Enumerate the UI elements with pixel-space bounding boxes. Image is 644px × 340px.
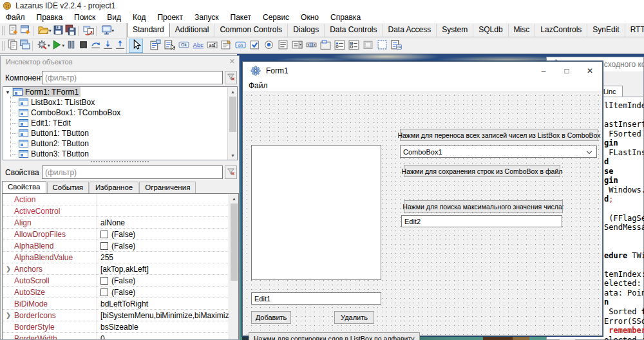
palette-main-menu-button[interactable]: [148, 39, 162, 53]
tree-item[interactable]: Button2: TButton: [3, 138, 237, 149]
palette-list-box-button[interactable]: [276, 39, 290, 53]
property-row[interactable]: BorderStylebsSizeable: [3, 321, 238, 333]
listbox1-control[interactable]: [251, 145, 381, 280]
property-grid[interactable]: ActionActiveControlAlignalNoneAllowDropF…: [2, 193, 239, 339]
form-design-surface[interactable]: Нажми для переноса всех записей чисел из…: [243, 91, 602, 335]
menu-item-Код[interactable]: Код: [127, 12, 151, 23]
minimize-button[interactable]: –: [533, 62, 554, 80]
grid-scrollbar[interactable]: ▲: [229, 194, 238, 339]
palette-tab-dialogs[interactable]: Dialogs: [288, 24, 325, 37]
tree-item[interactable]: ComboBox1: TComboBox: [3, 108, 237, 118]
menu-item-Вид[interactable]: Вид: [101, 12, 127, 23]
property-value[interactable]: (False): [97, 229, 238, 240]
tree-item-content[interactable]: Form1: TForm1: [12, 87, 80, 97]
component-tree[interactable]: ▼Form1: TForm1ListBox1: TListBoxComboBox…: [3, 86, 238, 160]
palette-radio-button-button[interactable]: [261, 39, 276, 53]
scroll-up-icon[interactable]: ▲: [228, 87, 238, 96]
palette-panel-button[interactable]: [361, 39, 375, 53]
toolbar-new-unit-button[interactable]: [7, 24, 19, 37]
palette-tab-system[interactable]: System: [437, 24, 473, 37]
property-value[interactable]: alNone: [97, 217, 238, 229]
palette-tab-data-controls[interactable]: Data Controls: [325, 24, 383, 37]
palette-tab-sqldb[interactable]: SQLdb: [473, 24, 508, 37]
palette-toggle-box-button[interactable]: on: [233, 39, 247, 53]
menu-item-Сервис[interactable]: Сервис: [257, 12, 295, 23]
tree-item[interactable]: ▼Form1: TForm1: [3, 87, 237, 97]
tree-scrollbar[interactable]: ▲ ▼: [227, 87, 237, 160]
toolbar-run-button[interactable]: ▾: [50, 39, 65, 53]
property-row[interactable]: Action: [3, 194, 238, 205]
inspector-tab-События[interactable]: События: [47, 182, 89, 193]
scrollbar-thumb[interactable]: [231, 203, 238, 281]
components-filter-input[interactable]: [42, 71, 223, 84]
palette-tab-misc[interactable]: Misc: [509, 24, 536, 37]
property-value[interactable]: (False): [97, 275, 238, 287]
palette-tab-lazcontrols[interactable]: LazControls: [535, 24, 587, 37]
tree-item[interactable]: Button3: TButton: [3, 149, 237, 159]
palette-tab-synedit[interactable]: SynEdit: [587, 24, 625, 37]
property-row[interactable]: AlphaBlend(False): [3, 240, 238, 252]
toolbar-new-form-button[interactable]: [19, 24, 32, 37]
palette-frame-button[interactable]: [375, 39, 389, 53]
palette-combo-box-button[interactable]: [290, 39, 304, 53]
palette-label-button[interactable]: Abc: [191, 39, 205, 53]
property-row[interactable]: AutoSize(False): [3, 287, 238, 298]
palette-popup-menu-button[interactable]: [162, 39, 176, 53]
toolbar-pause-button[interactable]: [65, 39, 77, 53]
toolbar-open-folder-button[interactable]: ▾: [37, 24, 52, 37]
tree-item-content[interactable]: Button3: TButton: [18, 149, 91, 159]
maximize-button[interactable]: □: [556, 62, 578, 80]
edit1-control[interactable]: Edit1: [251, 292, 381, 305]
tree-item-content[interactable]: ListBox1: TListBox: [18, 97, 97, 108]
palette-group-box-button[interactable]: [318, 39, 332, 53]
toolbar-grip[interactable]: [2, 26, 5, 35]
property-value[interactable]: (False): [97, 287, 238, 298]
property-row[interactable]: ActiveControl: [3, 205, 238, 217]
close-button[interactable]: ✕: [579, 62, 601, 80]
property-value[interactable]: [akTop,akLeft]: [97, 263, 238, 275]
toolbar-view-units-button[interactable]: [6, 39, 19, 53]
menu-item-Запуск[interactable]: Запуск: [189, 12, 225, 23]
delete-button[interactable]: Удалить: [334, 311, 374, 324]
properties-filter-input[interactable]: [42, 165, 223, 179]
add-button[interactable]: Добавить: [251, 311, 291, 324]
menu-item-Проект[interactable]: Проект: [151, 12, 189, 23]
scrollbar-thumb[interactable]: [229, 97, 236, 132]
filter-clear-button[interactable]: [225, 165, 237, 179]
property-row[interactable]: AutoScroll(False): [3, 275, 238, 287]
property-value[interactable]: bsSizeable: [97, 321, 238, 333]
splitter-handle[interactable]: [91, 161, 149, 164]
toolbar-build-mode-button[interactable]: ▾: [36, 39, 51, 53]
scroll-up-icon[interactable]: ▲: [229, 194, 239, 203]
expand-icon[interactable]: ❯: [3, 265, 14, 272]
palette-check-group-button[interactable]: [346, 39, 361, 53]
property-row[interactable]: BorderWidth0: [3, 333, 238, 339]
property-value[interactable]: bdLeftToRight: [97, 298, 238, 310]
tree-item-content[interactable]: Button2: TButton: [18, 138, 91, 149]
main-titlebar[interactable]: Lazarus IDE v2.2.4 - project1: [0, 0, 644, 12]
menu-item-Справка[interactable]: Справка: [325, 12, 366, 23]
palette-check-box-button[interactable]: [247, 39, 261, 53]
menu-item-Поиск[interactable]: Поиск: [68, 12, 101, 23]
combobox1-control[interactable]: ComboBox1: [400, 146, 597, 158]
menu-item-Файл[interactable]: Файл: [0, 12, 31, 23]
checkbox-unchecked-icon[interactable]: [100, 231, 108, 238]
sort-button[interactable]: Нажми для сортировки слов в ListBox по а…: [249, 332, 420, 340]
palette-tab-standard[interactable]: Standard: [127, 23, 170, 37]
palette-tab-rtti[interactable]: RTTI: [625, 24, 644, 37]
tree-item-content[interactable]: Button1: TButton: [18, 128, 91, 138]
palette-tab-additional[interactable]: Additional: [170, 24, 215, 37]
property-row[interactable]: AlphaBlendValue255: [3, 252, 238, 263]
button3-find-max[interactable]: Нажми для поиска максимального значения …: [404, 200, 563, 212]
checkbox-unchecked-icon[interactable]: [100, 277, 108, 285]
filter-clear-button[interactable]: [225, 71, 237, 84]
property-row[interactable]: ❯Anchors[akTop,akLeft]: [3, 263, 238, 275]
property-value[interactable]: [97, 194, 238, 205]
property-row[interactable]: ❯BorderIcons[biSystemMenu,biMinimize,biM…: [3, 310, 238, 321]
property-row[interactable]: AlignalNone: [3, 217, 238, 229]
inspector-tab-Избранное[interactable]: Избранное: [90, 182, 138, 193]
dropdown-arrow-icon[interactable]: ▾: [62, 43, 64, 48]
palette-action-list-button[interactable]: Ok: [389, 39, 403, 53]
menu-item-Пакет[interactable]: Пакет: [225, 12, 257, 23]
palette-radio-group-button[interactable]: [332, 39, 346, 53]
